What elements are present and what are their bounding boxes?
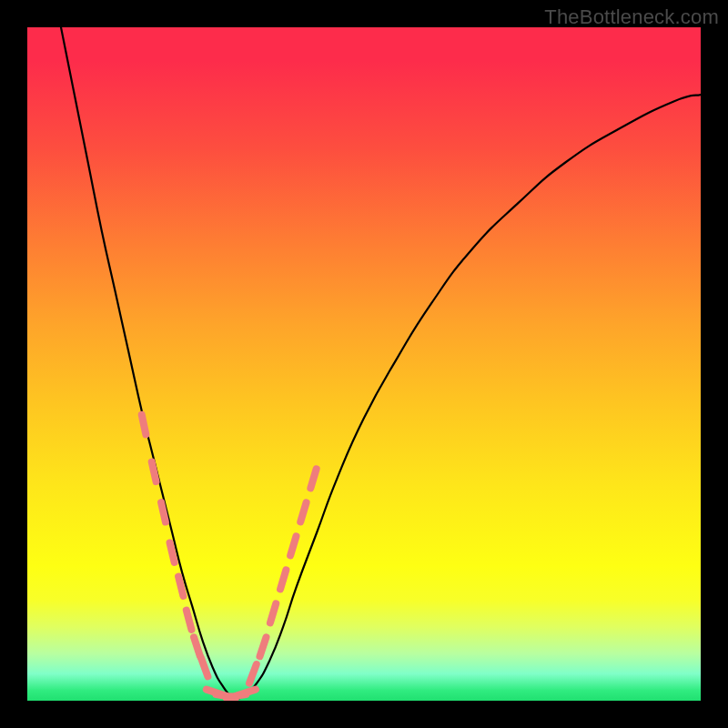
highlight-dashes-left-seg	[142, 415, 147, 435]
highlight-dashes-right-seg	[249, 664, 257, 683]
highlight-dashes-left-seg	[194, 637, 200, 656]
chart-frame: TheBottleneck.com	[0, 0, 728, 728]
highlight-dashes-right-seg	[310, 469, 316, 488]
highlight-dashes-right-seg	[260, 637, 267, 656]
highlight-dashes-left-seg	[201, 658, 208, 677]
highlight-dashes-left-seg	[161, 502, 166, 521]
highlight-dashes-bottom-seg	[237, 690, 256, 696]
highlight-dashes-right-seg	[300, 502, 306, 521]
highlight-dashes-left-seg	[178, 577, 183, 596]
chart-svg	[27, 27, 701, 701]
highlight-dashes-left-seg	[187, 611, 192, 630]
watermark-text: TheBottleneck.com	[544, 5, 719, 29]
highlight-dashes-left-seg	[170, 542, 175, 561]
highlight-dashes-right-seg	[290, 536, 296, 555]
highlight-dashes-right-seg	[280, 570, 286, 589]
bottleneck-curve	[61, 27, 701, 699]
highlight-dashes-left-seg	[152, 462, 157, 481]
plot-area	[27, 27, 701, 701]
highlight-dashes-right-seg	[270, 603, 276, 622]
